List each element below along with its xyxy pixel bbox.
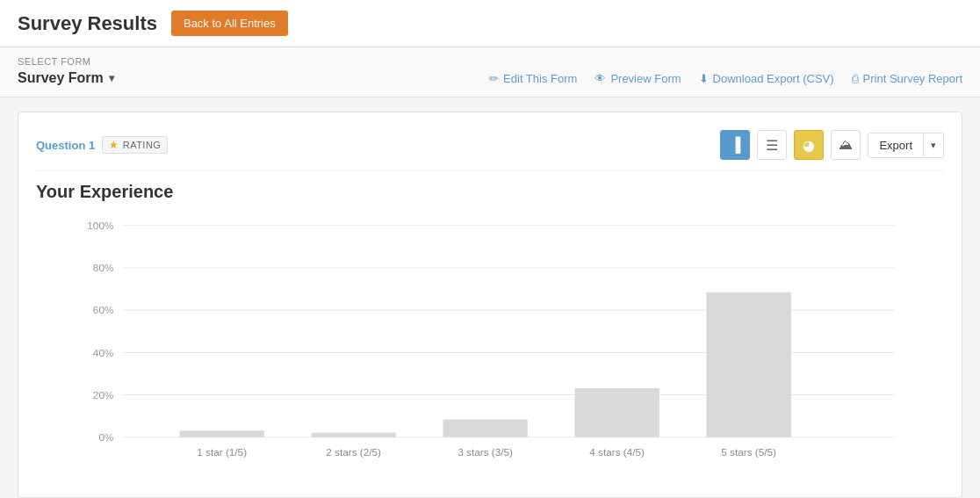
top-bar-left: Survey Results Back to All Entries (18, 11, 288, 36)
download-icon: ⬇ (699, 72, 709, 85)
question-header: Question 1 ★ RATING ▐ ☰ ◕ ⛰ (36, 130, 944, 160)
view-controls: ▐ ☰ ◕ ⛰ Export ▾ (720, 130, 944, 160)
edit-form-label: Edit This Form (503, 72, 577, 85)
export-dropdown-arrow: ▾ (923, 134, 943, 156)
svg-text:60%: 60% (93, 304, 114, 315)
svg-text:1 star (1/5): 1 star (1/5) (197, 446, 247, 458)
svg-text:4 stars (4/5): 4 stars (4/5) (589, 446, 645, 458)
page-title: Survey Results (18, 12, 157, 35)
question-number: Question 1 (36, 139, 95, 152)
download-export-link[interactable]: ⬇ Download Export (CSV) (699, 72, 834, 85)
svg-text:5 stars (5/5): 5 stars (5/5) (721, 446, 776, 458)
svg-text:0%: 0% (98, 431, 114, 443)
svg-text:40%: 40% (93, 347, 114, 358)
bar-chart-view-button[interactable]: ▐ (720, 130, 750, 160)
svg-rect-20 (706, 292, 790, 437)
print-survey-label: Print Survey Report (863, 72, 962, 85)
eye-icon: 👁 (594, 72, 606, 85)
svg-text:2 stars (2/5): 2 stars (2/5) (326, 446, 381, 458)
svg-text:80%: 80% (93, 262, 114, 273)
table-icon: ☰ (766, 137, 778, 154)
preview-form-label: Preview Form (610, 72, 681, 85)
download-export-label: Download Export (CSV) (713, 72, 834, 85)
top-bar: Survey Results Back to All Entries (0, 0, 980, 47)
pencil-icon: ✏ (489, 72, 499, 85)
svg-text:100%: 100% (87, 220, 114, 231)
question-card: Question 1 ★ RATING ▐ ☰ ◕ ⛰ (18, 112, 962, 498)
bar-chart-icon: ▐ (731, 137, 740, 153)
print-icon: ⎙ (852, 72, 859, 85)
export-dropdown[interactable]: Export ▾ (868, 133, 944, 158)
svg-rect-18 (574, 388, 659, 437)
preview-form-link[interactable]: 👁 Preview Form (594, 72, 681, 85)
select-form-label: SELECT FORM (18, 56, 962, 67)
question-meta: Question 1 ★ RATING (36, 136, 168, 154)
question-divider (36, 170, 944, 171)
svg-text:3 stars (3/5): 3 stars (3/5) (458, 446, 513, 458)
svg-rect-16 (443, 419, 527, 437)
form-bar-row: Survey Form ▾ ✏ Edit This Form 👁 Preview… (18, 70, 962, 86)
form-bar: SELECT FORM Survey Form ▾ ✏ Edit This Fo… (0, 47, 980, 97)
main-content: Question 1 ★ RATING ▐ ☰ ◕ ⛰ (0, 97, 980, 498)
print-survey-link[interactable]: ⎙ Print Survey Report (852, 72, 962, 85)
back-to-all-entries-button[interactable]: Back to All Entries (171, 11, 288, 36)
image-icon: ⛰ (839, 137, 853, 153)
svg-rect-12 (179, 430, 263, 437)
chevron-down-icon: ▾ (109, 72, 114, 84)
image-view-button[interactable]: ⛰ (831, 130, 861, 160)
selected-form-name: Survey Form (18, 70, 104, 86)
question-title: Your Experience (36, 182, 944, 202)
form-actions: ✏ Edit This Form 👁 Preview Form ⬇ Downlo… (489, 72, 962, 85)
pie-chart-icon: ◕ (803, 137, 815, 154)
edit-form-link[interactable]: ✏ Edit This Form (489, 72, 577, 85)
export-label: Export (868, 134, 923, 157)
svg-text:20%: 20% (93, 389, 114, 401)
table-view-button[interactable]: ☰ (757, 130, 787, 160)
question-type-badge: ★ RATING (102, 136, 168, 154)
question-type-label: RATING (123, 140, 162, 150)
svg-rect-14 (311, 432, 395, 437)
bar-chart-svg: 100% 80% 60% 40% 20% 0% 1 star (1/5) 2 s… (36, 216, 944, 480)
form-selector[interactable]: Survey Form ▾ (18, 70, 114, 86)
star-icon: ★ (109, 139, 119, 151)
chart-area: 100% 80% 60% 40% 20% 0% 1 star (1/5) 2 s… (36, 216, 944, 480)
pie-chart-view-button[interactable]: ◕ (794, 130, 824, 160)
